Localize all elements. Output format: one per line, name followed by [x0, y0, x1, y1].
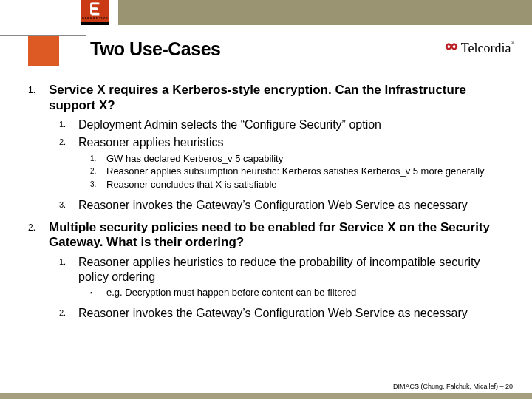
list-text: e.g. Decryption must happen before conte… [106, 287, 510, 299]
list-text: Reasoner invokes the Gateway’s Configura… [78, 306, 510, 321]
bottom-beige-band [0, 393, 532, 399]
list-item: 3. Reasoner concludes that X is satisfia… [90, 179, 510, 191]
list-item: 1. Reasoner applies heuristics to reduce… [59, 255, 510, 284]
list-number: 1. [90, 153, 106, 165]
elementive-label: ELEMENTIVE [82, 16, 109, 20]
list-text: Multiple security policies need to be en… [49, 220, 510, 250]
list-number: 3. [90, 179, 106, 191]
telcordia-icon [445, 40, 458, 57]
list-item: 1. GW has declared Kerberos_v 5 capabili… [90, 153, 510, 165]
slide-title: Two Use-Cases [90, 38, 220, 60]
list-text: Reasoner applies heuristics [78, 135, 510, 150]
list-text: Reasoner applies subsumption heuristic: … [106, 166, 510, 177]
list-text: GW has declared Kerberos_v 5 capability [106, 153, 510, 165]
slide-footer: DIMACS (Chung, Falchuk, Micallef) – 20 [393, 383, 513, 390]
list-item: ▪ e.g. Decryption must happen before con… [90, 287, 510, 299]
elementive-logo: ELEMENTIVE [81, 0, 109, 25]
list-number: 2. [59, 306, 78, 321]
list-text: Service X requires a Kerberos-style encr… [49, 83, 510, 113]
title-divider [0, 35, 86, 36]
list-text: Reasoner invokes the Gateway’s Configura… [78, 198, 510, 213]
list-text: Reasoner applies heuristics to reduce th… [78, 255, 510, 284]
list-item: 2. Reasoner invokes the Gateway’s Config… [59, 306, 510, 321]
top-beige-band [118, 0, 532, 25]
list-item: 2. Multiple security policies need to be… [28, 220, 510, 321]
e-letter-icon [88, 2, 103, 16]
list-number: 2. [90, 166, 106, 177]
list-number: 1. [28, 83, 49, 113]
list-number: 3. [59, 198, 78, 213]
slide-content: 1. Service X requires a Kerberos-style e… [28, 83, 510, 327]
list-number: 2. [28, 220, 49, 250]
list-number: 1. [59, 117, 78, 132]
telcordia-text: Telcordia® [461, 41, 514, 56]
list-item: 1. Deployment Admin selects the “Configu… [59, 117, 510, 132]
list-text: Reasoner concludes that X is satisfiable [106, 179, 510, 191]
top-bar: ELEMENTIVE [0, 0, 532, 25]
list-text: Deployment Admin selects the “Configure … [78, 117, 510, 132]
list-bullet: ▪ [90, 287, 106, 299]
list-item: 2. Reasoner applies subsumption heuristi… [90, 166, 510, 177]
list-item: 1. Service X requires a Kerberos-style e… [28, 83, 510, 213]
list-item: 2. Reasoner applies heuristics [59, 135, 510, 150]
list-number: 1. [59, 255, 78, 284]
list-item: 3. Reasoner invokes the Gateway’s Config… [59, 198, 510, 213]
telcordia-logo: Telcordia® [445, 40, 514, 57]
list-number: 2. [59, 135, 78, 150]
